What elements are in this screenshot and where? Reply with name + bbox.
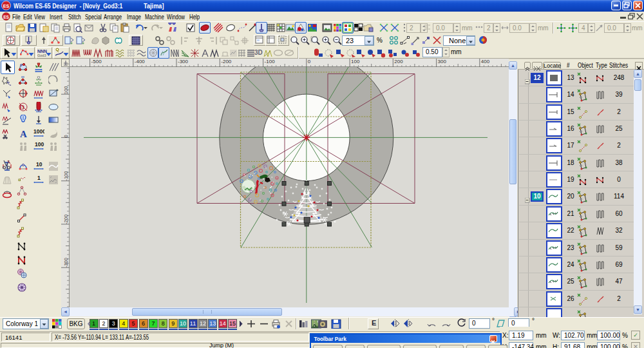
svg-text:God3: God3 (37, 53, 46, 57)
svg-text:-100: -100 (64, 171, 70, 181)
svg-text:10: 10 (36, 161, 43, 168)
svg-text:0: 0 (308, 59, 311, 64)
svg-text:-400: -400 (135, 59, 146, 64)
svg-text:400: 400 (481, 59, 490, 64)
svg-text:-200: -200 (64, 215, 70, 224)
svg-text:-200: -200 (221, 59, 232, 64)
svg-text:300: 300 (438, 59, 447, 64)
svg-text:1000: 1000 (33, 128, 44, 135)
svg-text:0: 0 (64, 135, 70, 137)
svg-text:-100: -100 (265, 59, 276, 64)
svg-text:100: 100 (351, 59, 360, 64)
svg-text:ES: ES (3, 15, 9, 19)
svg-text:-300: -300 (178, 59, 189, 64)
svg-text:ES: ES (3, 4, 10, 8)
svg-text:-500: -500 (91, 59, 102, 64)
svg-text:100: 100 (64, 86, 70, 95)
svg-text:-300: -300 (64, 258, 70, 267)
svg-text:100: 100 (35, 141, 44, 148)
svg-text:A: A (20, 129, 27, 139)
svg-text:1: 1 (37, 175, 41, 181)
svg-text:200: 200 (394, 59, 403, 64)
